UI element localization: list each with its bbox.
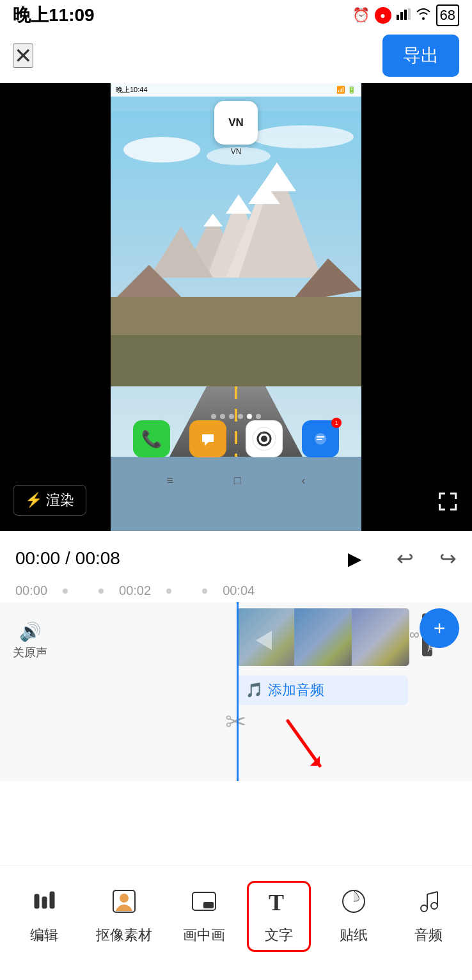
record-icon: ● bbox=[375, 7, 391, 24]
clip-thumb-2 bbox=[294, 608, 352, 666]
msg-app-icon[interactable] bbox=[189, 420, 226, 457]
wifi-icon bbox=[416, 7, 431, 24]
edit-icon bbox=[31, 888, 58, 921]
svg-rect-39 bbox=[50, 892, 54, 908]
vn-app-icon: VN VN bbox=[214, 101, 258, 156]
phone-app-icon[interactable]: 📞 bbox=[133, 420, 170, 457]
close-button[interactable]: ✕ bbox=[13, 43, 33, 68]
add-audio-row[interactable]: 🎵 添加音频 bbox=[237, 676, 408, 705]
portrait-icon bbox=[111, 888, 138, 921]
toolbar-item-edit[interactable]: 编辑 bbox=[12, 883, 76, 950]
pip-label: 画中画 bbox=[183, 926, 225, 945]
ruler-dot bbox=[166, 589, 171, 594]
alarm-icon: ⏰ bbox=[352, 7, 370, 24]
phone-nav-bar: ≡ □ ‹ bbox=[111, 469, 361, 493]
chat-badge: 1 bbox=[331, 418, 342, 428]
toolbar-item-text[interactable]: T 文字 bbox=[247, 881, 311, 952]
svg-text:T: T bbox=[269, 890, 284, 915]
svg-rect-3 bbox=[408, 8, 411, 20]
add-clip-button[interactable]: + bbox=[420, 608, 459, 648]
ruler-dot bbox=[63, 589, 68, 594]
portrait-label: 抠像素材 bbox=[96, 926, 152, 945]
clip-thumb-1 bbox=[237, 608, 294, 666]
ruler-mark-4: 00:04 bbox=[223, 583, 255, 598]
page-dots bbox=[211, 414, 261, 419]
nav-home-icon: □ bbox=[234, 474, 241, 487]
svg-rect-43 bbox=[203, 902, 214, 908]
svg-point-46 bbox=[421, 905, 427, 912]
edit-label: 编辑 bbox=[30, 926, 58, 945]
status-bar: 晚上11:09 ⏰ ● 68 bbox=[0, 0, 472, 28]
sticker-label: 贴纸 bbox=[340, 926, 368, 945]
undo-button[interactable]: ↩ bbox=[397, 546, 414, 571]
current-time: 00:00 bbox=[15, 548, 60, 569]
audio-track-label: 🔊 关原声 bbox=[13, 621, 47, 660]
dot bbox=[220, 414, 225, 419]
ruler-dot bbox=[98, 589, 104, 594]
svg-point-27 bbox=[261, 436, 267, 442]
toolbar-item-sticker[interactable]: 贴纸 bbox=[322, 883, 386, 950]
dot bbox=[238, 414, 243, 419]
dot bbox=[229, 414, 234, 419]
chat-app-icon[interactable]: 1 bbox=[302, 420, 339, 457]
inner-time: 晚上10:44 bbox=[116, 85, 148, 95]
toolbar-item-audio[interactable]: 音频 bbox=[397, 883, 460, 950]
playhead bbox=[237, 602, 239, 781]
text-label: 文字 bbox=[265, 926, 293, 945]
vn-label: VN bbox=[231, 147, 242, 156]
timeline-ruler: 00:00 00:02 00:04 bbox=[0, 580, 472, 602]
phone-inner-status: 晚上10:44 📶 🔋 bbox=[111, 83, 361, 97]
vn-icon: VN bbox=[214, 101, 258, 145]
time-separator: / bbox=[65, 548, 70, 569]
video-clip-strip[interactable] bbox=[237, 608, 409, 666]
video-inner: 晚上10:44 📶 🔋 VN VN 📞 bbox=[111, 83, 361, 531]
status-time: 晚上11:09 bbox=[13, 3, 95, 28]
playback-controls: 00:00 / 00:08 ▶ ↩ ↪ bbox=[0, 531, 472, 580]
dot bbox=[256, 414, 261, 419]
bottom-toolbar: 编辑 抠像素材 画中画 T 文字 bbox=[0, 865, 472, 980]
render-button[interactable]: ⚡ 渲染 bbox=[13, 485, 86, 516]
video-preview-container: 晚上10:44 📶 🔋 VN VN 📞 bbox=[0, 83, 472, 531]
dot bbox=[211, 414, 216, 419]
export-button[interactable]: 导出 bbox=[382, 35, 459, 77]
ruler-mark-0: 00:00 bbox=[15, 583, 47, 598]
sticker-icon bbox=[340, 888, 367, 921]
battery-icon: 68 bbox=[436, 4, 459, 26]
play-button[interactable]: ▶ bbox=[339, 542, 371, 574]
signal-icon bbox=[397, 7, 411, 24]
svg-rect-1 bbox=[400, 12, 403, 20]
toolbar-item-pip[interactable]: 画中画 bbox=[172, 883, 236, 950]
total-time: 00:08 bbox=[75, 548, 120, 569]
render-label: 渲染 bbox=[46, 491, 74, 510]
app-icons-dock: 📞 1 bbox=[111, 420, 361, 457]
toolbar-item-portrait[interactable]: 抠像素材 bbox=[87, 883, 161, 950]
svg-point-47 bbox=[431, 903, 437, 909]
loop-icon: ∞ bbox=[409, 626, 420, 643]
redo-button[interactable]: ↪ bbox=[439, 546, 457, 571]
svg-point-5 bbox=[123, 137, 200, 162]
clip-thumb-3 bbox=[352, 608, 409, 666]
fullscreen-button[interactable] bbox=[436, 490, 459, 518]
text-icon: T bbox=[265, 888, 292, 921]
camera-app-icon[interactable] bbox=[246, 420, 283, 457]
svg-point-6 bbox=[251, 125, 354, 148]
music-icon: 🎵 bbox=[246, 682, 263, 699]
audio-icon bbox=[415, 888, 442, 921]
svg-point-41 bbox=[120, 894, 129, 903]
track-area: 🔊 关原声 🔁 片尾 ∞ + 🎵 添加音频 ✂ bbox=[0, 602, 472, 781]
red-arrow bbox=[275, 715, 339, 775]
svg-rect-37 bbox=[35, 894, 39, 908]
mute-label: 关原声 bbox=[13, 645, 47, 660]
nav-menu-icon: ≡ bbox=[166, 474, 173, 487]
svg-rect-2 bbox=[404, 10, 407, 20]
svg-line-35 bbox=[288, 721, 320, 766]
scissors-icon: ✂ bbox=[225, 707, 247, 736]
svg-rect-0 bbox=[397, 15, 399, 20]
svg-rect-33 bbox=[294, 608, 352, 666]
render-icon: ⚡ bbox=[25, 492, 42, 509]
nav-back-icon: ‹ bbox=[302, 474, 306, 487]
audio-label: 音频 bbox=[414, 926, 443, 945]
dot-active bbox=[247, 414, 252, 419]
pip-icon bbox=[191, 888, 217, 921]
playback-buttons: ▶ ↩ ↪ bbox=[339, 542, 457, 574]
